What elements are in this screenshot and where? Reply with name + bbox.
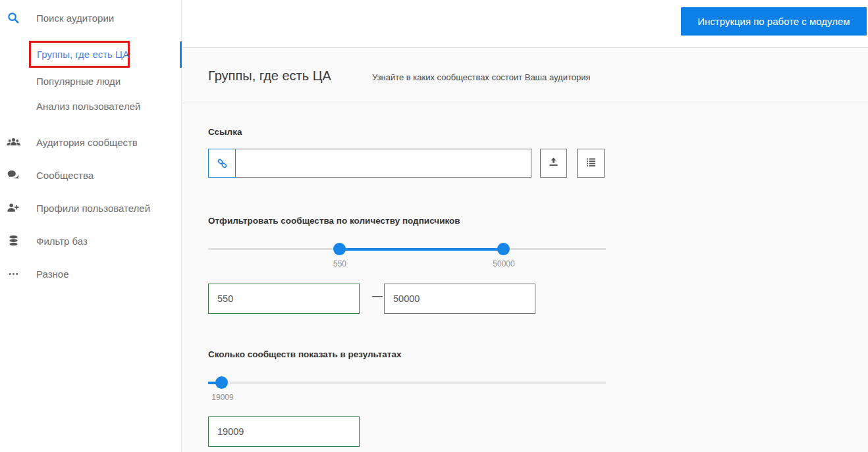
sidebar-item-misc[interactable]: Разное	[0, 264, 182, 284]
page-subtitle: Узнайте в каких сообществах состоит Ваша…	[372, 72, 590, 82]
sidebar-item-base-filter[interactable]: Фильтр баз	[0, 231, 182, 251]
sidebar-item-community-audience[interactable]: Аудитория сообществ	[0, 132, 182, 152]
slider-max-handle[interactable]	[497, 243, 510, 255]
slider-max-value-label: 50000	[484, 259, 524, 268]
subscribers-range-slider[interactable]: 550 50000	[208, 242, 606, 272]
list-icon	[585, 156, 597, 170]
ellipsis-icon	[5, 266, 21, 281]
slider-min-handle[interactable]	[333, 243, 346, 255]
slider-value-label: 19009	[203, 393, 242, 402]
app-window: Поиск аудитории Группы, где есть ЦА Попу…	[0, 0, 868, 452]
sidebar-item-communities[interactable]: Сообщества	[0, 165, 182, 185]
module-instruction-button[interactable]: Инструкция по работе с модулем	[681, 7, 867, 36]
sidebar-item-label: Поиск аудитории	[36, 13, 114, 24]
subscribers-max-input[interactable]	[384, 284, 535, 314]
slider-handle[interactable]	[215, 376, 228, 389]
sidebar-item-user-analysis[interactable]: Анализ пользователей	[0, 96, 182, 116]
user-plus-icon	[5, 201, 21, 215]
sidebar-item-label: Сообщества	[36, 170, 94, 181]
list-select-button[interactable]	[577, 149, 605, 178]
search-icon	[5, 11, 21, 25]
slider-track[interactable]	[208, 382, 606, 384]
active-item-indicator	[180, 41, 182, 68]
results-limit-label: Сколько сообществ показать в результатах	[208, 349, 401, 359]
link-input-group	[208, 149, 531, 178]
subscribers-min-input[interactable]	[208, 284, 360, 314]
results-limit-slider[interactable]: 19009	[208, 376, 606, 406]
main-content: Группы, где есть ЦА Узнайте в каких сооб…	[182, 48, 868, 452]
sidebar-item-label: Аудитория сообществ	[36, 137, 138, 148]
sidebar: Поиск аудитории Группы, где есть ЦА Попу…	[0, 0, 182, 452]
sidebar-item-label: Фильтр баз	[36, 236, 88, 247]
link-icon[interactable]	[208, 149, 236, 178]
sidebar-item-label: Разное	[36, 268, 69, 280]
page-header: Группы, где есть ЦА Узнайте в каких сооб…	[182, 48, 868, 103]
results-limit-input[interactable]	[208, 416, 360, 447]
link-field-label: Ссылка	[208, 127, 242, 137]
upload-file-button[interactable]	[540, 149, 567, 178]
sidebar-item-user-profiles[interactable]: Профили пользователей	[0, 198, 182, 218]
sidebar-item-popular-people[interactable]: Популярные люди	[0, 71, 182, 91]
subscribers-filter-label: Отфильтровать сообщества по количеству п…	[208, 216, 460, 226]
page-title: Группы, где есть ЦА	[208, 68, 331, 84]
users-icon	[5, 135, 21, 149]
link-input[interactable]	[236, 149, 531, 178]
comments-icon	[5, 168, 21, 182]
sidebar-item-groups-with-ta[interactable]: Группы, где есть ЦА	[37, 49, 129, 60]
sidebar-item-label: Анализ пользователей	[36, 101, 140, 112]
slider-min-value-label: 550	[320, 259, 360, 268]
sidebar-item-label: Популярные люди	[36, 76, 121, 87]
database-icon	[5, 234, 21, 248]
sidebar-item-label: Профили пользователей	[36, 203, 150, 214]
upload-icon	[547, 156, 560, 170]
slider-fill	[340, 248, 504, 251]
annotation-highlight-box: Группы, где есть ЦА	[29, 41, 130, 68]
sidebar-item-audience-search[interactable]: Поиск аудитории	[0, 8, 182, 28]
